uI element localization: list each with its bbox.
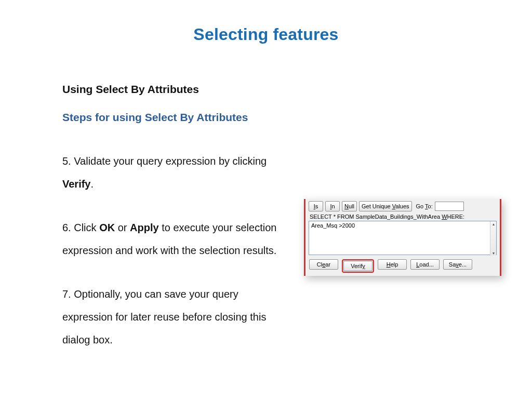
verify-highlight: Verify	[342, 259, 374, 273]
get-unique-values-button[interactable]: Get Unique Values	[359, 201, 412, 211]
step5-post: .	[90, 178, 94, 190]
clear-button[interactable]: Clear	[309, 259, 338, 270]
step6-mid: or	[115, 222, 130, 233]
scrollbar[interactable]: ▴ ▾	[490, 221, 496, 256]
goto-input[interactable]	[435, 202, 464, 211]
query-textarea[interactable]	[309, 221, 497, 255]
step-6: 6. Click OK or Apply to execute your sel…	[62, 216, 281, 262]
scroll-down-icon[interactable]: ▾	[490, 250, 497, 256]
step6-bold1: OK	[99, 222, 115, 233]
scroll-up-icon[interactable]: ▴	[490, 221, 497, 227]
bottom-button-row: Clear Verify Help Load... Save...	[309, 259, 497, 273]
step5-bold: Verify	[62, 178, 90, 190]
step-5: 5. Validate your query expression by cli…	[62, 150, 281, 195]
in-button[interactable]: In	[325, 201, 340, 211]
content-column: Using Select By Attributes Steps for usi…	[62, 83, 281, 372]
step6-pre: 6. Click	[62, 222, 99, 233]
page-title: Selecting features	[0, 25, 532, 44]
goto-label: Go To:	[416, 203, 433, 209]
step5-pre: 5. Validate your query expression by cli…	[62, 155, 267, 167]
load-button[interactable]: Load...	[410, 259, 440, 270]
help-button[interactable]: Help	[378, 259, 407, 270]
null-button[interactable]: Null	[342, 201, 357, 211]
query-textarea-wrap: ▴ ▾	[309, 221, 497, 256]
operator-row: Is In Null Get Unique Values Go To:	[309, 201, 497, 211]
select-by-attributes-dialog-fragment: Is In Null Get Unique Values Go To: SELE…	[304, 199, 501, 276]
section-heading: Using Select By Attributes	[62, 83, 281, 96]
dialog-body: Is In Null Get Unique Values Go To: SELE…	[304, 199, 501, 276]
sql-from-text: SELECT * FROM SampleData_Buildings_WithA…	[310, 214, 497, 220]
sub-heading: Steps for using Select By Attributes	[62, 111, 281, 124]
is-button[interactable]: Is	[309, 201, 323, 211]
verify-button[interactable]: Verify	[343, 261, 373, 271]
step-7: 7. Optionally, you can save your query e…	[62, 283, 281, 351]
step6-bold2: Apply	[130, 222, 159, 233]
save-button[interactable]: Save...	[443, 259, 472, 270]
